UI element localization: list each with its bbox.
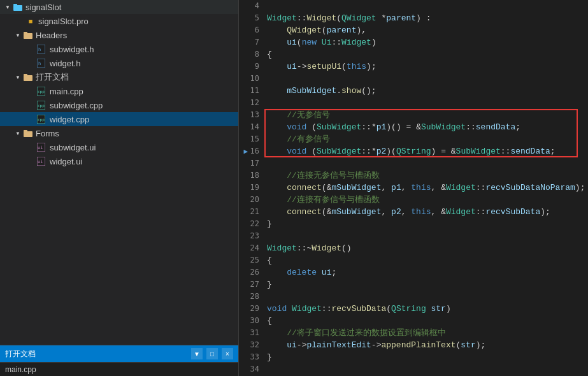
project-label: signalSlot (25, 3, 61, 12)
ln-7: 7 (239, 36, 259, 48)
code-line-8: { (267, 48, 588, 61)
ln-6: 6 (239, 24, 259, 36)
ln-13: 13 (239, 109, 259, 121)
ln-28: 28 (239, 291, 259, 303)
tree-item-widget-h[interactable]: h widget.h (0, 56, 238, 70)
code-line-32: ui->plainTextEdit->appendPlainText(str); (267, 339, 588, 351)
svg-text:h: h (38, 47, 41, 52)
code-line-20: //连接有参信号与槽函数 (267, 194, 588, 206)
forms-label: Forms (36, 129, 59, 138)
code-line-24: Widget::~Widget() (267, 242, 588, 254)
line-numbers: 4 5 6 7 8 9 10 11 12 13 14 15 ▶ 16 17 18… (239, 0, 264, 376)
current-file-label: main.cpp (5, 365, 36, 374)
ln-18: 18 (239, 170, 259, 182)
code-line-7: ui(new Ui::Widget) (267, 36, 588, 48)
h-icon-2: h (36, 59, 46, 68)
pro-label: signalSlot.pro (38, 17, 89, 26)
code-line-31: //将子窗口发送过来的数据设置到编辑框中 (267, 327, 588, 339)
tree-item-project[interactable]: ▼ signalSlot (0, 0, 238, 14)
open-doc-bar: 打开文档 ▼ □ × (0, 345, 238, 362)
sources-folder-icon (23, 73, 33, 82)
ln-9: 9 (239, 61, 259, 73)
ln-24: 24 (239, 242, 259, 254)
code-area[interactable]: 4 5 6 7 8 9 10 11 12 13 14 15 ▶ 16 17 18… (239, 0, 588, 376)
ln-33: 33 (239, 351, 259, 363)
code-line-22: } (267, 218, 588, 230)
ln-4: 4 (239, 0, 259, 12)
open-doc-btn-2[interactable]: □ (206, 348, 218, 359)
arrow-forms: ▼ (13, 128, 23, 138)
ui-icon-1: ui (36, 143, 46, 152)
svg-rect-17 (24, 130, 27, 132)
svg-rect-3 (24, 32, 27, 34)
ln-23: 23 (239, 230, 259, 242)
code-line-27: } (267, 278, 588, 291)
tree-item-widget-cpp[interactable]: cpp widget.cpp (0, 112, 238, 126)
cpp-icon-2: cpp (36, 101, 46, 110)
tree-item-pro[interactable]: ■ signalSlot.pro (0, 14, 238, 28)
code-line-10 (267, 73, 588, 85)
open-doc-btn-3[interactable]: × (222, 348, 233, 359)
code-line-23 (267, 230, 588, 242)
ln-10: 10 (239, 73, 259, 85)
ln-26: 26 (239, 266, 259, 278)
svg-text:ui: ui (38, 145, 43, 150)
svg-rect-9 (24, 74, 27, 76)
svg-text:cpp: cpp (38, 89, 45, 94)
svg-rect-16 (24, 131, 32, 137)
tree-item-forms[interactable]: ▼ Forms (0, 126, 238, 140)
code-line-14: void (SubWidget::*p1)() = &SubWidget::se… (267, 121, 588, 133)
ln-29: 29 (239, 303, 259, 315)
project-icon (13, 3, 23, 11)
tree-item-subwidget-h[interactable]: h subwidget.h (0, 42, 238, 56)
tree-item-subwidget-ui[interactable]: ui subwidget.ui (0, 140, 238, 154)
code-line-9: ui->setupUi(this); (267, 61, 588, 73)
ln-15: 15 (239, 133, 259, 145)
code-line-13: //无参信号 (267, 109, 588, 121)
open-doc-btn-1[interactable]: ▼ (191, 348, 203, 359)
ln-21: 21 (239, 206, 259, 218)
sources-label: 打开文档 (36, 71, 69, 83)
ln-8: 8 (239, 48, 259, 61)
svg-text:h: h (38, 61, 41, 66)
code-lines[interactable]: Widget::Widget(QWidget *parent) : QWidge… (264, 0, 588, 376)
subwidget-ui-label: subwidget.ui (50, 143, 96, 152)
widget-cpp-label: widget.cpp (50, 115, 89, 124)
ln-34: 34 (239, 363, 259, 375)
code-line-21: connect(&mSubWidget, p2, this, &Widget::… (267, 206, 588, 218)
ln-12: 12 (239, 97, 259, 109)
svg-text:ui: ui (38, 159, 43, 164)
ln-31: 31 (239, 327, 259, 339)
arrow-sources: ▼ (13, 72, 23, 82)
svg-text:cpp: cpp (38, 117, 45, 122)
ln-5: 5 (239, 12, 259, 24)
svg-rect-8 (24, 75, 32, 81)
tree-item-main-cpp[interactable]: cpp main.cpp (0, 84, 238, 98)
code-line-25: { (267, 254, 588, 266)
headers-folder-icon (23, 31, 33, 40)
code-line-30: { (267, 315, 588, 327)
code-line-33: } (267, 351, 588, 363)
editor: 4 5 6 7 8 9 10 11 12 13 14 15 ▶ 16 17 18… (239, 0, 588, 376)
svg-text:cpp: cpp (38, 103, 45, 108)
svg-rect-2 (24, 33, 32, 39)
code-line-34 (267, 363, 588, 375)
headers-label: Headers (36, 31, 67, 40)
tree-item-headers[interactable]: ▼ Headers (0, 28, 238, 42)
svg-rect-0 (13, 5, 22, 11)
code-line-18: //连接无参信号与槽函数 (267, 170, 588, 182)
cpp-icon-3: cpp (36, 115, 46, 124)
arrow-headers: ▼ (13, 30, 23, 40)
tree-item-subwidget-cpp[interactable]: cpp subwidget.cpp (0, 98, 238, 112)
code-line-12 (267, 97, 588, 109)
subwidget-cpp-label: subwidget.cpp (50, 101, 103, 110)
code-line-5: Widget::Widget(QWidget *parent) : (267, 12, 588, 24)
ln-32: 32 (239, 339, 259, 351)
widget-ui-label: widget.ui (50, 157, 82, 166)
tree-item-widget-ui[interactable]: ui widget.ui (0, 154, 238, 168)
ln-17: 17 (239, 157, 259, 170)
code-line-17 (267, 157, 588, 170)
tree-item-sources[interactable]: ▼ 打开文档 (0, 70, 238, 84)
ln-11: 11 (239, 85, 259, 97)
ln-27: 27 (239, 278, 259, 291)
